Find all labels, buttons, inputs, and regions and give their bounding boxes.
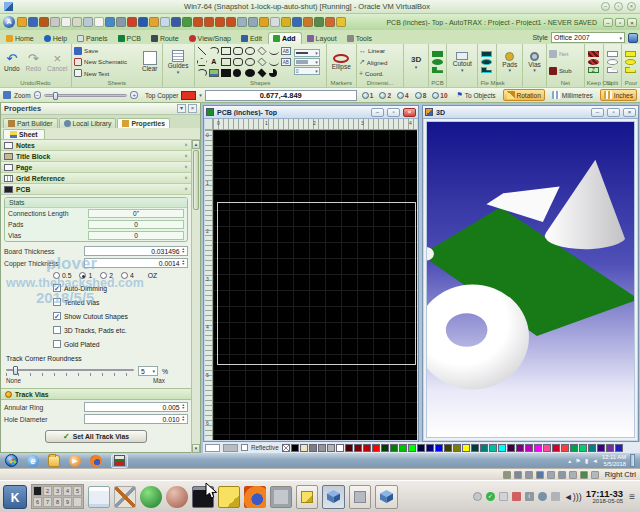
line-tool[interactable] — [197, 47, 207, 55]
search-icon[interactable] — [116, 17, 126, 27]
parts-icon[interactable] — [325, 17, 335, 27]
color-swatch[interactable] — [435, 444, 443, 452]
frame-icon[interactable] — [72, 17, 82, 27]
curve-tool[interactable] — [269, 47, 279, 55]
cutout-button[interactable]: Cutout▾ — [451, 52, 474, 71]
aligned-dimension-button[interactable]: ↗Aligned — [359, 58, 401, 66]
desktop-cell[interactable]: 4 — [63, 486, 72, 496]
tag-red-icon[interactable] — [127, 17, 137, 27]
tab-layout[interactable]: Layout — [303, 33, 342, 44]
color-swatch[interactable] — [543, 444, 551, 452]
color-swatch[interactable] — [480, 444, 488, 452]
clear-button[interactable]: Clear — [140, 51, 160, 72]
panel-close-button[interactable]: × — [188, 104, 197, 113]
pcb-canvas[interactable] — [213, 130, 417, 440]
roundness-value-input[interactable]: 5▾ — [138, 366, 158, 376]
color-swatch[interactable] — [498, 444, 506, 452]
tab-view-snap[interactable]: View/Snap — [185, 33, 236, 44]
keepout-rect-tool[interactable] — [588, 51, 599, 57]
network-icon[interactable]: ▮ — [585, 457, 588, 464]
firefox-launcher[interactable] — [244, 486, 266, 508]
volume-tray-icon[interactable]: ◄))) — [564, 492, 582, 502]
zoom-slider-thumb[interactable] — [53, 92, 58, 100]
color-swatch[interactable] — [327, 444, 335, 452]
ruler-2-icon[interactable] — [248, 17, 258, 27]
ellipse-marker-button[interactable]: Ellipse — [330, 54, 353, 70]
color-swatch[interactable] — [354, 444, 362, 452]
round-o-tool[interactable] — [233, 58, 243, 66]
oz-radio-0.5[interactable]: 0.5 — [53, 272, 71, 279]
desktop-cell[interactable]: 8 — [53, 497, 62, 507]
color-swatch[interactable] — [309, 444, 317, 452]
show-desktop-button[interactable] — [630, 454, 635, 467]
slider-thumb[interactable] — [13, 366, 18, 375]
diamond-o-tool[interactable] — [257, 47, 266, 56]
cursor-tool-icon[interactable] — [270, 17, 280, 27]
pcb-polygon-tool[interactable] — [432, 67, 443, 73]
new-schematic-button[interactable]: New Schematic — [74, 58, 138, 66]
3d-maximize-button[interactable]: ▫ — [607, 108, 620, 117]
action-center-icon[interactable]: ⚑ — [575, 457, 580, 464]
volume-icon[interactable]: ◄ — [592, 458, 598, 464]
zoom-4-button[interactable]: 4 — [395, 91, 411, 100]
color-swatch[interactable] — [399, 444, 407, 452]
annular-ring-input[interactable]: 0.005▲▼ — [84, 402, 188, 412]
pour-rect-tool[interactable] — [625, 51, 636, 57]
app-close-button[interactable]: × — [627, 18, 637, 27]
grid-green-icon[interactable] — [182, 17, 192, 27]
pcb-rect-tool[interactable] — [432, 51, 443, 57]
pcb-minimize-button[interactable]: – — [371, 108, 384, 117]
clipper-icon[interactable] — [551, 492, 560, 501]
color-swatch[interactable] — [453, 444, 461, 452]
vm-clock[interactable]: 12:11 AM 5/5/2018 — [602, 454, 626, 467]
fill-style-dropdown[interactable]: ▾ — [294, 58, 320, 66]
undo-button[interactable]: ↶Undo — [2, 52, 22, 72]
board-outline[interactable] — [217, 202, 416, 365]
color-swatch[interactable] — [516, 444, 524, 452]
tab-home[interactable]: Home — [2, 33, 39, 44]
board-thickness-input[interactable]: 0.031496▲▼ — [84, 246, 188, 256]
window-button-virtualbox[interactable] — [322, 485, 345, 509]
color-swatch[interactable] — [471, 444, 479, 452]
zoom-10-button[interactable]: 10 — [430, 91, 449, 100]
mask-polygon-tool[interactable] — [481, 67, 492, 73]
tab-tools[interactable]: Tools — [343, 33, 377, 44]
tab-part-builder[interactable]: Part Builder — [3, 118, 58, 128]
3d-minimize-button[interactable]: – — [591, 108, 604, 117]
globe-launcher[interactable] — [140, 486, 162, 508]
columns-icon[interactable] — [83, 17, 93, 27]
app-maximize-button[interactable]: ▫ — [615, 18, 625, 27]
ab-tool[interactable]: AB — [281, 58, 291, 66]
zoom-2-button[interactable]: 2 — [377, 91, 393, 100]
curve-tool[interactable] — [269, 58, 279, 66]
line-style-dropdown[interactable]: ▾ — [294, 49, 320, 57]
pen-yellow-icon[interactable] — [281, 17, 291, 27]
key-icon[interactable] — [336, 17, 346, 27]
redo-icon[interactable] — [50, 17, 60, 27]
style-dropdown[interactable]: Office 2007▾ — [551, 32, 625, 43]
3d-button[interactable]: 3D▾ — [409, 55, 423, 68]
section-pcb[interactable]: PCB» — [1, 184, 191, 195]
keepout-z-tool[interactable]: Z — [588, 67, 599, 73]
linear-dimension-button[interactable]: ↔Linear — [359, 47, 401, 54]
refresh-icon[interactable] — [105, 17, 115, 27]
color-swatch[interactable] — [363, 444, 371, 452]
set-all-track-vias-button[interactable]: ✓ Set All Track Vias — [45, 430, 147, 443]
color-swatch[interactable] — [570, 444, 578, 452]
explorer-folder-icon[interactable] — [48, 455, 60, 467]
pour-ellipse-tool[interactable] — [625, 59, 636, 65]
scrollbar-thumb[interactable] — [193, 150, 199, 210]
pin-icon[interactable]: ▾ — [177, 104, 186, 113]
zoom-8-button[interactable]: 8 — [413, 91, 429, 100]
poly-tool[interactable] — [197, 58, 207, 66]
notes-launcher[interactable] — [218, 486, 240, 508]
diamond-f-tool[interactable] — [257, 69, 266, 78]
spinner-icon[interactable]: ▲▼ — [182, 416, 185, 422]
diamond-o-tool[interactable] — [257, 58, 266, 67]
pen-blue-icon[interactable] — [292, 17, 302, 27]
host-clock[interactable]: 17:11-33 2018-05-05 — [586, 489, 624, 505]
k-menu-button[interactable]: K — [3, 485, 27, 509]
network-manager-icon[interactable] — [512, 492, 521, 501]
cancel-button[interactable]: ×Cancel — [45, 52, 69, 72]
color-swatch[interactable] — [444, 444, 452, 452]
